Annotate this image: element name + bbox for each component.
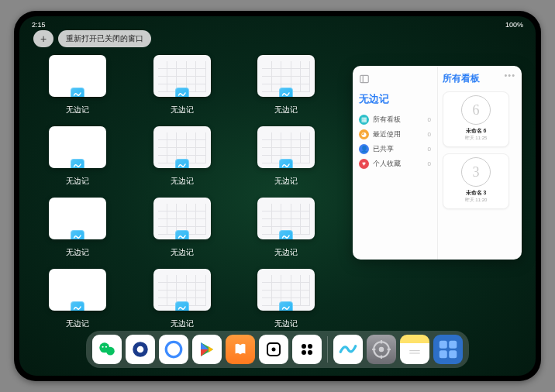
freeform-app-icon bbox=[279, 159, 293, 168]
dock-app-settings[interactable] bbox=[367, 335, 396, 364]
freeform-app-icon bbox=[71, 88, 84, 97]
sidebar-item-count: 0 bbox=[428, 131, 431, 138]
board-thumbnail-icon: 6 bbox=[461, 95, 491, 125]
panel-more-icon[interactable]: ••• bbox=[504, 70, 515, 80]
freeform-app-icon bbox=[175, 301, 189, 311]
svg-rect-23 bbox=[440, 341, 447, 349]
svg-rect-25 bbox=[440, 350, 447, 358]
svg-rect-24 bbox=[449, 341, 457, 349]
sidebar-item-count: 0 bbox=[428, 116, 431, 123]
window-thumbnail[interactable]: 无边记 bbox=[49, 198, 106, 258]
sidebar-item-icon: ♥ bbox=[359, 159, 369, 169]
svg-point-11 bbox=[302, 344, 306, 349]
dock-app-notes[interactable] bbox=[400, 335, 429, 364]
dock-app-books[interactable] bbox=[226, 335, 255, 364]
sidebar-item[interactable]: ▦所有看板0 bbox=[359, 112, 431, 127]
dock-app-wechat[interactable] bbox=[92, 335, 122, 364]
svg-point-13 bbox=[302, 350, 306, 355]
dock-app-quark[interactable] bbox=[159, 335, 188, 364]
window-thumbnail[interactable]: 无边记 bbox=[153, 198, 211, 258]
board-label: 未命名 6 bbox=[466, 127, 487, 135]
board-thumbnail-icon: 3 bbox=[461, 157, 491, 187]
freeform-app-icon bbox=[175, 230, 189, 239]
svg-point-4 bbox=[102, 346, 104, 348]
window-label: 无边记 bbox=[257, 247, 315, 258]
panel-app-title: 无边记 bbox=[359, 92, 431, 106]
window-thumbnail[interactable]: 无边记 bbox=[153, 126, 211, 187]
dock bbox=[86, 331, 469, 368]
window-thumbnail[interactable]: 无边记 bbox=[257, 126, 315, 187]
sidebar-item-icon: ◕ bbox=[359, 129, 369, 139]
sidebar-item-icon: 👤 bbox=[359, 144, 369, 154]
svg-point-8 bbox=[166, 342, 181, 357]
svg-point-10 bbox=[272, 348, 276, 352]
sidebar-item-label: 所有看板 bbox=[373, 115, 401, 125]
panel-content: 所有看板 6未命名 6昨天 11:253未命名 3昨天 11:20 bbox=[438, 66, 522, 260]
window-grid: 无边记无边记无边记无边记无边记无边记无边记无边记无边记无边记无边记无边记 bbox=[49, 55, 350, 322]
freeform-app-icon bbox=[71, 159, 84, 168]
board-card[interactable]: 3未命名 3昨天 11:20 bbox=[443, 153, 509, 209]
window-label: 无边记 bbox=[153, 105, 211, 115]
status-time: 2:15 bbox=[32, 21, 46, 29]
sidebar-item-label: 最近使用 bbox=[373, 129, 401, 139]
board-label: 未命名 3 bbox=[466, 189, 487, 197]
window-label: 无边记 bbox=[49, 105, 106, 115]
window-label: 无边记 bbox=[153, 247, 211, 258]
dock-app-play[interactable] bbox=[192, 335, 222, 364]
dock-app-freeform[interactable] bbox=[333, 335, 363, 364]
app-switcher-panel: ••• 无边记 ▦所有看板0◕最近使用0👤已共享0♥个人收藏0 所有看板 6未命… bbox=[353, 66, 522, 260]
window-thumbnail[interactable]: 无边记 bbox=[49, 126, 106, 187]
window-label: 无边记 bbox=[257, 176, 315, 187]
window-thumbnail[interactable]: 无边记 bbox=[257, 55, 315, 115]
dock-app-folder[interactable] bbox=[433, 335, 463, 364]
sidebar-item[interactable]: 👤已共享0 bbox=[359, 142, 431, 156]
freeform-app-icon bbox=[279, 88, 293, 97]
svg-rect-26 bbox=[449, 350, 457, 358]
dock-app-qqbrowser[interactable] bbox=[126, 335, 155, 364]
top-pill-row: + 重新打开已关闭的窗口 bbox=[33, 30, 151, 47]
board-timestamp: 昨天 11:25 bbox=[465, 135, 488, 142]
window-label: 无边记 bbox=[49, 247, 106, 258]
status-bar: 2:15 100% bbox=[19, 19, 536, 30]
svg-point-14 bbox=[308, 350, 312, 355]
ipad-frame: 2:15 100% + 重新打开已关闭的窗口 无边记无边记无边记无边记无边记无边… bbox=[14, 11, 541, 381]
sidebar-item[interactable]: ♥个人收藏0 bbox=[359, 156, 431, 171]
freeform-app-icon bbox=[279, 230, 293, 239]
dock-app-game[interactable] bbox=[292, 335, 322, 364]
svg-point-16 bbox=[379, 347, 384, 352]
window-thumbnail[interactable]: 无边记 bbox=[49, 55, 106, 115]
add-window-button[interactable]: + bbox=[33, 30, 53, 47]
sidebar-toggle-icon[interactable] bbox=[359, 74, 370, 84]
sidebar-item-count: 0 bbox=[428, 160, 431, 167]
freeform-app-icon bbox=[71, 230, 84, 239]
reopen-closed-window-pill[interactable]: 重新打开已关闭的窗口 bbox=[58, 30, 151, 47]
sidebar-item-count: 0 bbox=[428, 146, 431, 153]
screen: 2:15 100% + 重新打开已关闭的窗口 无边记无边记无边记无边记无边记无边… bbox=[19, 16, 536, 376]
svg-point-3 bbox=[106, 347, 115, 356]
sidebar-item-icon: ▦ bbox=[359, 115, 369, 125]
dock-separator bbox=[327, 336, 328, 363]
sidebar-item[interactable]: ◕最近使用0 bbox=[359, 127, 431, 142]
dock-app-dice[interactable] bbox=[259, 335, 288, 364]
board-card[interactable]: 6未命名 6昨天 11:25 bbox=[443, 91, 509, 147]
sidebar-item-label: 已共享 bbox=[373, 144, 394, 154]
window-label: 无边记 bbox=[257, 318, 315, 329]
window-thumbnail[interactable]: 无边记 bbox=[49, 269, 106, 329]
window-label: 无边记 bbox=[49, 318, 106, 329]
window-label: 无边记 bbox=[153, 318, 211, 329]
status-battery: 100% bbox=[505, 21, 523, 29]
freeform-app-icon bbox=[175, 159, 189, 168]
sidebar-item-label: 个人收藏 bbox=[373, 159, 401, 169]
freeform-app-icon bbox=[279, 301, 293, 311]
board-timestamp: 昨天 11:20 bbox=[465, 197, 488, 204]
freeform-app-icon bbox=[175, 88, 189, 97]
window-thumbnail[interactable]: 无边记 bbox=[257, 269, 315, 329]
window-thumbnail[interactable]: 无边记 bbox=[153, 269, 211, 329]
panel-sidebar: 无边记 ▦所有看板0◕最近使用0👤已共享0♥个人收藏0 bbox=[353, 66, 438, 260]
svg-point-12 bbox=[308, 344, 312, 349]
freeform-app-icon bbox=[71, 301, 84, 311]
window-thumbnail[interactable]: 无边记 bbox=[153, 55, 211, 115]
window-label: 无边记 bbox=[257, 105, 315, 115]
window-thumbnail[interactable]: 无边记 bbox=[257, 198, 315, 258]
window-label: 无边记 bbox=[49, 176, 106, 187]
